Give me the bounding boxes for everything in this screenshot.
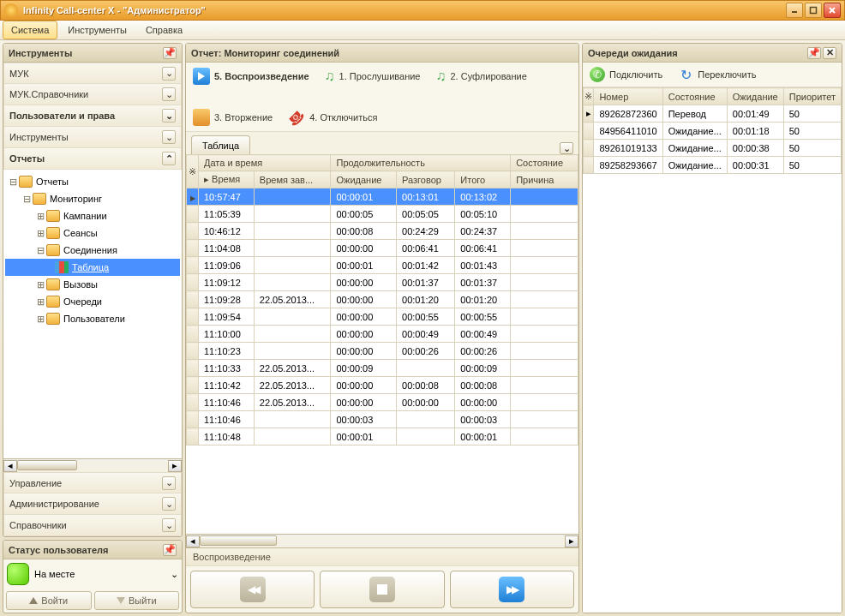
- col-group-datetime[interactable]: Дата и время: [199, 155, 331, 171]
- table-row[interactable]: 11:10:4222.05.2013...00:00:0000:00:0800:…: [187, 377, 578, 394]
- table-row[interactable]: 11:09:0600:00:0100:01:4200:01:43: [187, 257, 578, 274]
- col-group-state[interactable]: Состояние: [511, 155, 578, 171]
- col-reason[interactable]: Причина: [511, 171, 578, 188]
- grid-hscroll[interactable]: ◂ ▸: [186, 534, 578, 547]
- scroll-left-icon[interactable]: ◂: [3, 460, 17, 472]
- table-row[interactable]: 11:10:0000:00:0000:00:4900:00:49: [187, 326, 578, 343]
- table-row[interactable]: 11:10:4600:00:0300:00:03: [187, 411, 578, 428]
- table-row[interactable]: 11:04:0800:00:0000:06:4100:06:41: [187, 240, 578, 257]
- tree-sessions[interactable]: ⊞Сеансы: [5, 224, 180, 242]
- qcol-number[interactable]: Номер: [594, 88, 662, 105]
- table-row[interactable]: 11:10:2300:00:0000:00:2600:00:26: [187, 343, 578, 360]
- qcol-wait[interactable]: Ожидание: [727, 88, 783, 105]
- chevron-down-icon[interactable]: ⌄: [162, 518, 176, 532]
- col-end[interactable]: Время зав...: [254, 171, 331, 188]
- row-gutter: ▸: [584, 105, 594, 123]
- cell-prio: 50: [783, 123, 841, 140]
- table-row[interactable]: 11:10:3322.05.2013...00:00:0900:00:09: [187, 360, 578, 377]
- nav-users-rights[interactable]: Пользователи и права⌄: [3, 105, 182, 127]
- col-talk[interactable]: Разговор: [397, 171, 455, 188]
- tree-hscroll[interactable]: ◂ ▸: [3, 458, 182, 472]
- reports-tree[interactable]: ⊟Отчеты ⊟Мониторинг ⊞Кампании ⊞Сеансы ⊟С…: [3, 170, 182, 458]
- queue-close-icon[interactable]: ✕: [823, 47, 836, 59]
- nav-reports[interactable]: Отчеты⌃: [3, 148, 182, 170]
- table-row[interactable]: 89258293667Ожидание...00:00:3150: [584, 157, 842, 174]
- qcol-prio[interactable]: Приоритет: [783, 88, 841, 105]
- chevron-down-icon[interactable]: ⌄: [162, 476, 176, 490]
- menu-help[interactable]: Справка: [137, 21, 191, 39]
- action-barge[interactable]: 3. Вторжение: [193, 109, 273, 126]
- scroll-left-icon[interactable]: ◂: [186, 535, 200, 547]
- cell-wait: 00:00:09: [331, 360, 397, 377]
- queue-reconnect-button[interactable]: ↻Переключить: [678, 67, 756, 82]
- report-grid[interactable]: ※ Дата и время Продолжительность Состоян…: [186, 154, 578, 534]
- action-listen[interactable]: ♫1. Прослушивание: [325, 69, 421, 84]
- tab-dropdown[interactable]: ⌄: [560, 142, 573, 154]
- tree-campaigns[interactable]: ⊞Кампании: [5, 207, 180, 224]
- close-button[interactable]: [824, 3, 841, 18]
- scroll-right-icon[interactable]: ▸: [565, 535, 578, 547]
- table-row[interactable]: ▸89262872360Перевод00:01:4950: [584, 105, 842, 123]
- tree-calls[interactable]: ⊞Вызовы: [5, 276, 180, 293]
- chevron-down-icon[interactable]: ⌄: [162, 67, 176, 81]
- tree-table-leaf[interactable]: Таблица: [5, 259, 180, 276]
- queue-grid[interactable]: ※ Номер Состояние Ожидание Приоритет ▸89…: [583, 87, 842, 613]
- minimize-button[interactable]: [786, 3, 803, 18]
- window-title: Infinity Call-center X - "Администратор": [23, 5, 786, 15]
- nav-muk-ref[interactable]: МУК.Справочники⌄: [3, 84, 182, 105]
- playback-forward-button[interactable]: [450, 571, 574, 608]
- col-total[interactable]: Итого: [455, 171, 511, 188]
- tree-monitoring[interactable]: ⊟Мониторинг: [5, 190, 180, 207]
- scroll-thumb[interactable]: [17, 460, 77, 470]
- cell-reason: [511, 206, 578, 223]
- queue-pin-icon[interactable]: 📌: [807, 47, 821, 59]
- table-row[interactable]: 89261019133Ожидание...00:00:3850: [584, 140, 842, 157]
- queue-connect-button[interactable]: Подключить: [590, 67, 662, 82]
- action-whisper[interactable]: ♫2. Суфлирование: [435, 69, 526, 84]
- folder-icon: [46, 244, 60, 256]
- maximize-button[interactable]: [805, 3, 822, 18]
- nav-admin[interactable]: Администрирование⌄: [3, 493, 182, 515]
- tab-table[interactable]: Таблица: [191, 135, 250, 154]
- table-row[interactable]: 10:46:1200:00:0800:24:2900:24:37: [187, 223, 578, 240]
- chevron-down-icon[interactable]: ⌄: [162, 497, 176, 511]
- tree-users[interactable]: ⊞Пользователи: [5, 310, 180, 327]
- table-row[interactable]: 11:05:3900:00:0500:05:0500:05:10: [187, 206, 578, 223]
- nav-muk[interactable]: МУК⌄: [3, 63, 182, 84]
- nav-instruments[interactable]: Инструменты⌄: [3, 127, 182, 148]
- status-dropdown[interactable]: ⌄: [171, 569, 178, 580]
- action-hangup[interactable]: ☎4. Отключиться: [288, 110, 377, 126]
- sidebar-pin-icon[interactable]: 📌: [163, 47, 177, 59]
- tree-root-reports[interactable]: ⊟Отчеты: [5, 173, 180, 190]
- login-button[interactable]: Войти: [6, 591, 92, 610]
- menu-system[interactable]: Система: [3, 21, 57, 39]
- chevron-up-icon[interactable]: ⌃: [162, 152, 176, 165]
- nav-management[interactable]: Управление⌄: [3, 472, 182, 493]
- col-wait[interactable]: Ожидание: [331, 171, 397, 188]
- tree-connections[interactable]: ⊟Соединения: [5, 242, 180, 259]
- nav-refs[interactable]: Справочники⌄: [3, 515, 182, 536]
- chevron-down-icon[interactable]: ⌄: [162, 87, 176, 101]
- action-play[interactable]: 5. Воспроизведение: [193, 68, 309, 85]
- table-row[interactable]: 11:09:2822.05.2013...00:00:0000:01:2000:…: [187, 291, 578, 308]
- chevron-down-icon[interactable]: ⌄: [162, 109, 176, 123]
- logout-button[interactable]: Выйти: [94, 591, 180, 610]
- col-group-duration[interactable]: Продолжительность: [331, 155, 511, 171]
- playback-rewind-button[interactable]: [190, 571, 315, 608]
- table-row[interactable]: 10:57:4700:00:0100:13:0100:13:02: [187, 188, 578, 206]
- status-pin-icon[interactable]: 📌: [163, 544, 177, 556]
- scroll-thumb[interactable]: [200, 535, 277, 546]
- playback-stop-button[interactable]: [320, 571, 444, 608]
- scroll-right-icon[interactable]: ▸: [168, 460, 182, 472]
- table-row[interactable]: 84956411010Ожидание...00:01:1850: [584, 123, 842, 140]
- tree-queues[interactable]: ⊞Очереди: [5, 293, 180, 310]
- table-row[interactable]: 11:10:4800:00:0100:00:01: [187, 428, 578, 446]
- table-row[interactable]: 11:10:4622.05.2013...00:00:0000:00:0000:…: [187, 394, 578, 411]
- chevron-down-icon[interactable]: ⌄: [162, 130, 176, 144]
- phone-icon: [590, 67, 605, 82]
- table-row[interactable]: 11:09:5400:00:0000:00:5500:00:55: [187, 308, 578, 326]
- menu-tools[interactable]: Инструменты: [59, 21, 135, 39]
- qcol-state[interactable]: Состояние: [662, 88, 727, 105]
- table-row[interactable]: 11:09:1200:00:0000:01:3700:01:37: [187, 274, 578, 291]
- col-time[interactable]: ▸ Время: [199, 171, 255, 188]
